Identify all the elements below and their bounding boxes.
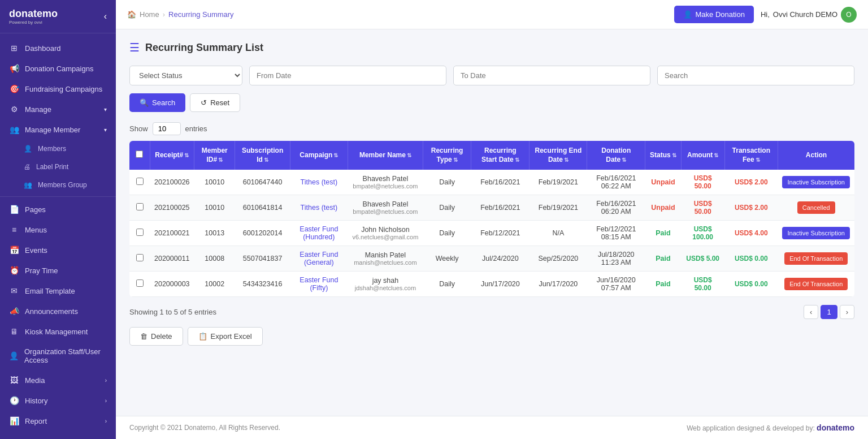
member-name: jay shah: [352, 277, 418, 285]
cell-subscription-id: 6010641814: [235, 195, 290, 221]
sidebar-item-label: Members: [38, 145, 66, 153]
cell-subscription-id: 5434323416: [235, 272, 290, 297]
prev-page-button[interactable]: ‹: [804, 305, 818, 319]
campaign-link[interactable]: Tithes (test): [301, 178, 338, 186]
campaign-link[interactable]: Easter Fund (Hundred): [300, 225, 338, 241]
action-end-button[interactable]: End Of Transaction: [784, 252, 848, 265]
action-end-button[interactable]: End Of Transaction: [784, 278, 848, 290]
member-name: Bhavesh Patel: [352, 200, 418, 208]
sidebar-item-donation-campaigns[interactable]: 📢 Donation Campaigns: [0, 58, 116, 79]
search-input[interactable]: [657, 66, 854, 85]
action-inactive-button[interactable]: Inactive Subscription: [782, 176, 850, 188]
breadcrumb-home: Home: [140, 10, 159, 19]
showing-text: Showing 1 to 5 of 5 entries: [129, 308, 216, 316]
row-checkbox[interactable]: [136, 279, 144, 287]
page-footer: Copyright © 2021 Donatemo, All Rights Re…: [116, 416, 868, 439]
campaign-link[interactable]: Easter Fund (Fifty): [300, 276, 338, 292]
export-icon: 📋: [198, 332, 207, 341]
cell-receipt: 202100025: [150, 195, 194, 221]
cell-action: Inactive Subscription: [778, 221, 854, 246]
select-all-header: [129, 141, 150, 170]
reset-button[interactable]: ↺ Reset: [190, 93, 240, 112]
footer-brand: Web application designed & developed by:…: [687, 423, 854, 432]
cell-campaign: Tithes (test): [290, 170, 348, 195]
sidebar-item-media[interactable]: 🖼 Media ›: [0, 370, 116, 390]
cell-subscription-id: 6010647440: [235, 170, 290, 195]
col-donation-date: Donation Date⇅: [587, 141, 645, 170]
col-campaign: Campaign⇅: [290, 141, 348, 170]
row-checkbox[interactable]: [136, 178, 144, 185]
export-excel-button[interactable]: 📋 Export Excel: [188, 327, 263, 346]
from-date-input[interactable]: [249, 66, 446, 85]
cell-amount: USD$ 5.00: [681, 246, 724, 272]
sidebar-item-report[interactable]: 📊 Report ›: [0, 411, 116, 431]
cell-member-name: John Nicholson v6.netclues@gmail.com: [348, 221, 423, 246]
row-checkbox[interactable]: [136, 203, 144, 210]
amount-value: USD$ 100.00: [692, 225, 713, 241]
email-icon: ✉: [9, 286, 19, 295]
cell-start-date: Jun/17/2020: [471, 272, 530, 297]
search-button[interactable]: 🔍 Search: [129, 93, 185, 112]
sidebar-item-org-staff[interactable]: 👤 Organization Staff/User Access: [0, 342, 116, 370]
select-all-checkbox[interactable]: [136, 150, 143, 158]
sidebar-item-label: Dashboard: [25, 44, 61, 53]
delete-button[interactable]: 🗑 Delete: [129, 327, 183, 346]
sidebar-item-dashboard[interactable]: ⊞ Dashboard: [0, 38, 116, 58]
to-date-input[interactable]: [453, 66, 650, 85]
sidebar-item-pages[interactable]: 📄 Pages: [0, 199, 116, 220]
cell-recurring-type: Daily: [423, 221, 471, 246]
campaign-link[interactable]: Tithes (test): [301, 204, 338, 212]
org-icon: 👤: [9, 351, 19, 360]
topbar-right: 👤 Make Donation Hi, Ovvi Church DEMO O: [674, 6, 857, 23]
sidebar-item-email-template[interactable]: ✉ Email Template: [0, 281, 116, 301]
sidebar-item-pray-time[interactable]: ⏰ Pray Time: [0, 260, 116, 281]
cell-donation-date: Feb/12/2021 08:15 AM: [587, 221, 645, 246]
col-recurring-type: Recurring Type⇅: [423, 141, 471, 170]
sidebar-item-menus[interactable]: ≡ Menus: [0, 220, 116, 240]
sidebar-item-members[interactable]: 👤 Members: [0, 140, 116, 158]
sidebar-item-members-group[interactable]: 👥 Members Group: [0, 176, 116, 194]
sidebar-item-label-print[interactable]: 🖨 Label Print: [0, 158, 116, 176]
sidebar-item-manage[interactable]: ⚙ Manage ▾: [0, 99, 116, 119]
page-1-button[interactable]: 1: [821, 305, 837, 319]
sidebar-item-events[interactable]: 📅 Events: [0, 240, 116, 260]
action-cancelled-button[interactable]: Cancelled: [797, 201, 835, 214]
col-member-name: Member Name⇅: [348, 141, 423, 170]
campaign-link[interactable]: Easter Fund (General): [300, 251, 338, 266]
row-checkbox[interactable]: [136, 229, 144, 236]
breadcrumb-current: Recurring Summary: [168, 10, 234, 19]
pray-time-icon: ⏰: [9, 266, 19, 275]
status-badge: Paid: [656, 280, 670, 288]
sidebar-item-fundraising-campaigns[interactable]: 🎯 Fundraising Campaigns: [0, 79, 116, 99]
sidebar-item-announcements[interactable]: 📣 Announcements: [0, 301, 116, 321]
cell-start-date: Feb/16/2021: [471, 170, 530, 195]
sidebar-item-history[interactable]: 🕐 History ›: [0, 390, 116, 411]
sidebar-item-label: Manage Member: [25, 126, 80, 134]
logo-sub: Powered by ovvi: [9, 20, 58, 25]
sidebar-item-manage-member[interactable]: 👥 Manage Member ▾: [0, 119, 116, 140]
make-donation-button[interactable]: 👤 Make Donation: [674, 6, 754, 23]
sidebar-item-label: Announcements: [25, 307, 78, 316]
sidebar-logo-area: donatemo Powered by ovvi ‹: [0, 0, 116, 33]
action-inactive-button[interactable]: Inactive Subscription: [782, 227, 850, 239]
cell-donation-date: Feb/16/2021 06:22 AM: [587, 170, 645, 195]
cell-member-id: 10010: [194, 170, 235, 195]
show-entries: Show entries: [129, 122, 854, 135]
cell-action: Inactive Subscription: [778, 170, 854, 195]
entries-count-input[interactable]: [153, 122, 181, 135]
col-start-date: Recurring Start Date⇅: [471, 141, 530, 170]
sidebar-item-label: Email Template: [25, 287, 75, 295]
col-status: Status⇅: [645, 141, 682, 170]
cell-recurring-type: Daily: [423, 170, 471, 195]
row-checkbox[interactable]: [136, 254, 144, 261]
status-select[interactable]: Select Status: [129, 66, 242, 85]
col-subscription-id: Subscription Id⇅: [235, 141, 290, 170]
sidebar-collapse-button[interactable]: ‹: [104, 11, 107, 21]
content-area: ☰ Recurring Summary List Select Status 🔍…: [116, 29, 868, 416]
member-name: Bhavesh Patel: [352, 175, 418, 183]
sidebar-item-kiosk[interactable]: 🖥 Kiosk Management: [0, 321, 116, 342]
cell-member-id: 10010: [194, 195, 235, 221]
footer-logo: donatemo: [817, 423, 854, 432]
transaction-fee-value: USD$ 4.00: [735, 229, 768, 237]
next-page-button[interactable]: ›: [840, 305, 854, 319]
